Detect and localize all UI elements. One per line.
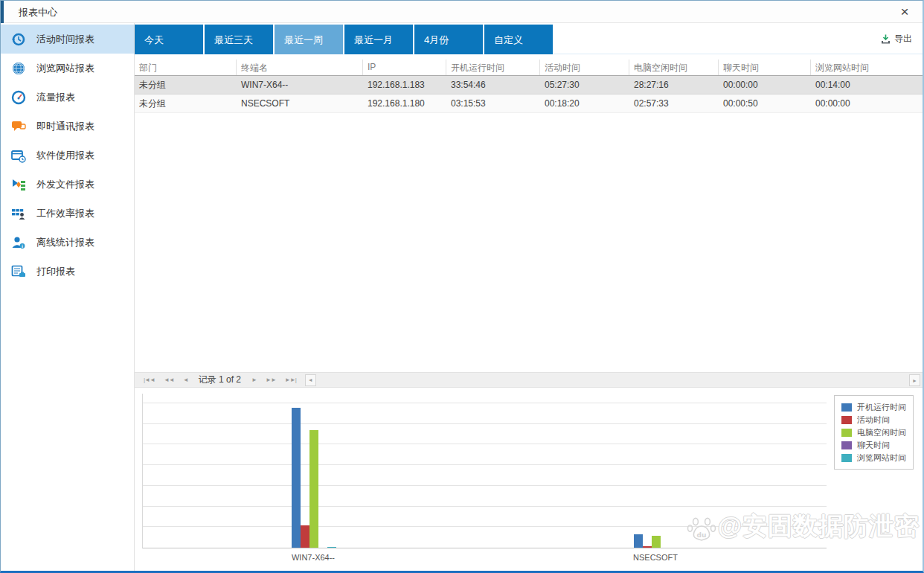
chart-plot: [142, 394, 827, 548]
history-clock-icon: [10, 32, 27, 47]
cell-ip: 192.168.1.183: [363, 80, 446, 90]
column-header-department[interactable]: 部门: [135, 60, 237, 75]
cell-ip: 192.168.1.180: [363, 98, 446, 109]
tab-last-3-days[interactable]: 最近三天: [205, 25, 273, 54]
fast-prev-button[interactable]: ◄◄: [159, 377, 179, 383]
bar-WIN7-X64---电脑空闲时间: [309, 430, 318, 548]
legend-label: 聊天时间: [857, 440, 890, 451]
column-header-browse-time[interactable]: 浏览网站时间: [811, 60, 923, 75]
next-page-button[interactable]: ►: [247, 377, 261, 383]
tab-custom[interactable]: 自定义: [484, 25, 553, 54]
first-page-button[interactable]: |◄◄: [139, 377, 159, 383]
bar-NSECSOFT-开机运行时间: [634, 534, 643, 548]
x-axis-label: NSECSOFT: [596, 553, 715, 562]
gridline: [143, 444, 827, 444]
sidebar-item-print-report[interactable]: 打印报表: [1, 257, 134, 286]
hscroll-right-button[interactable]: ►: [909, 374, 920, 386]
sidebar-item-label: 外发文件报表: [36, 178, 94, 191]
gridline: [143, 485, 827, 486]
prev-page-button[interactable]: ◄: [179, 377, 193, 383]
app-window-clock-icon: [10, 148, 27, 163]
column-header-uptime[interactable]: 开机运行时间: [446, 60, 540, 75]
table-row[interactable]: 未分组 NSECSOFT 192.168.1.180 03:15:53 00:1…: [135, 95, 923, 113]
sidebar-item-label: 活动时间报表: [36, 33, 94, 46]
sidebar-item-label: 流量报表: [36, 91, 75, 104]
cell-active-time: 05:27:30: [540, 80, 629, 90]
table-header: 部门 终端名 IP 开机运行时间 活动时间 电脑空闲时间 聊天时间 浏览网站时间: [135, 60, 923, 76]
gridline: [143, 403, 827, 403]
sidebar-item-website-report[interactable]: 浏览网站报表: [1, 54, 134, 83]
legend-swatch-uptime: [841, 403, 852, 412]
chat-bubbles-icon: [10, 119, 27, 134]
sidebar-item-activity-time-report[interactable]: 活动时间报表: [1, 25, 134, 54]
column-header-active-time[interactable]: 活动时间: [540, 60, 629, 75]
gauge-icon: [10, 90, 27, 105]
fast-next-button[interactable]: ►►: [261, 377, 280, 383]
sidebar-item-label: 工作效率报表: [36, 207, 94, 220]
cell-terminal: NSECSOFT: [237, 98, 363, 109]
pager-bar: |◄◄ ◄◄ ◄ 记录 1 of 2 ► ►► ►►| ◄ ►: [135, 372, 923, 388]
hscroll-left-button[interactable]: ◄: [305, 374, 316, 386]
cell-department: 未分组: [135, 97, 237, 110]
titlebar: 报表中心 ×: [1, 1, 923, 23]
legend-label: 电脑空闲时间: [857, 427, 906, 438]
chart-legend: 开机运行时间 活动时间 电脑空闲时间 聊天时间: [834, 395, 914, 470]
cell-browse-time: 00:00:00: [811, 98, 923, 109]
legend-label: 浏览网站时间: [857, 452, 906, 464]
sidebar-item-offline-stats-report[interactable]: i 离线统计报表: [1, 228, 134, 257]
legend-swatch-browse: [841, 454, 852, 462]
sidebar-item-work-efficiency-report[interactable]: 工作效率报表: [1, 199, 134, 228]
outgoing-file-icon: [10, 177, 27, 192]
cell-uptime: 03:15:53: [446, 98, 540, 109]
sidebar-item-outgoing-files-report[interactable]: 外发文件报表: [1, 170, 134, 199]
sidebar-item-label: 软件使用报表: [36, 149, 94, 162]
legend-item: 电脑空闲时间: [841, 426, 906, 439]
bar-NSECSOFT-活动时间: [643, 546, 652, 548]
sidebar-item-label: 即时通讯报表: [36, 120, 94, 133]
grid-person-icon: [10, 206, 27, 221]
bar-NSECSOFT-电脑空闲时间: [652, 536, 661, 548]
cell-chat-time: 00:00:50: [719, 98, 811, 109]
cell-uptime: 33:54:46: [446, 80, 540, 90]
cell-active-time: 00:18:20: [540, 98, 629, 109]
empty-grid-area: [135, 113, 923, 372]
gridline: [143, 506, 827, 507]
column-header-chat-time[interactable]: 聊天时间: [719, 60, 811, 75]
cell-chat-time: 00:00:00: [719, 80, 811, 90]
x-axis-label: WIN7-X64--: [254, 553, 373, 562]
bar-WIN7-X64---浏览网站时间: [327, 547, 336, 548]
cell-idle-time: 28:27:16: [629, 80, 719, 90]
sidebar-item-im-report[interactable]: 即时通讯报表: [1, 112, 134, 141]
printer-document-icon: [10, 264, 27, 279]
sidebar-item-label: 浏览网站报表: [36, 62, 94, 75]
legend-swatch-idle: [841, 429, 852, 437]
sidebar-item-traffic-report[interactable]: 流量报表: [1, 83, 134, 112]
tab-last-week[interactable]: 最近一周: [275, 25, 343, 54]
sidebar-item-software-usage-report[interactable]: 软件使用报表: [1, 141, 134, 170]
sidebar-item-label: 打印报表: [36, 265, 75, 278]
titlebar-accent-stripe: [1, 1, 4, 23]
close-icon[interactable]: ×: [896, 3, 914, 21]
sidebar-item-label: 离线统计报表: [36, 236, 94, 249]
cell-terminal: WIN7-X64--: [237, 80, 363, 90]
legend-item: 聊天时间: [841, 439, 906, 452]
bar-WIN7-X64---活动时间: [301, 525, 309, 548]
column-header-idle-time[interactable]: 电脑空闲时间: [629, 60, 719, 75]
tab-today[interactable]: 今天: [135, 25, 203, 54]
column-header-ip[interactable]: IP: [363, 60, 446, 75]
column-header-terminal[interactable]: 终端名: [237, 60, 363, 75]
gridline: [143, 423, 827, 424]
tab-april[interactable]: 4月份: [414, 25, 483, 54]
export-button[interactable]: 导出: [881, 33, 912, 45]
person-info-icon: i: [10, 235, 27, 250]
gridline: [143, 526, 827, 527]
tab-last-month[interactable]: 最近一月: [344, 25, 413, 54]
last-page-button[interactable]: ►►|: [280, 377, 301, 383]
table-row[interactable]: 未分组 WIN7-X64-- 192.168.1.183 33:54:46 05…: [135, 76, 923, 95]
cell-browse-time: 00:14:00: [811, 80, 923, 90]
legend-item: 活动时间: [841, 414, 906, 426]
cell-department: 未分组: [135, 79, 237, 92]
window-title: 报表中心: [19, 6, 57, 19]
download-icon: [881, 34, 891, 44]
legend-label: 活动时间: [857, 414, 890, 426]
